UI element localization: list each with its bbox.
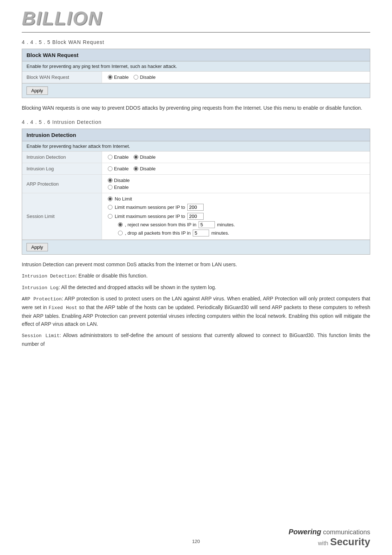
session-drop-suffix: minutes. (211, 230, 229, 236)
intrusion-apply-row: Apply (22, 240, 370, 254)
footer-communications: communications (323, 528, 370, 536)
block-wan-apply-row: Apply (22, 83, 370, 98)
session-limit2-radio[interactable] (108, 214, 113, 219)
session-limit1-label[interactable]: Limit maximum sessions per IP to (108, 204, 204, 211)
section2-description: Intrusion Detection can prevent most com… (22, 260, 370, 348)
arp-disable-text: Disable (114, 178, 130, 183)
footer-powering: Powering communications with Security (289, 528, 370, 548)
logo: BILLION (22, 7, 102, 29)
intrusion-subtitle: Enable for preventing hacker attack from… (22, 141, 370, 151)
arp-disable-radio[interactable] (108, 178, 113, 183)
block-wan-controls: Enable Disable (102, 72, 370, 83)
desc2-session-limit: Session Limit: Allows administrators to … (22, 331, 370, 348)
intrusion-detection-controls: Enable Disable (102, 151, 370, 163)
powering-word: Powering (289, 528, 321, 536)
intrusion-title: Intrusion Detection (22, 129, 370, 141)
footer-powering-line: Powering communications (289, 528, 370, 536)
session-sub-options: , reject new session from this IP in min… (118, 221, 235, 236)
security-word: Security (330, 536, 371, 547)
intrusion-log-radio-group: Enable Disable (108, 166, 156, 171)
desc2-sl-label: Session Limit (22, 333, 60, 339)
session-reject-text: , reject new session from this IP in (125, 222, 196, 227)
session-drop-label[interactable]: , drop all packets from this IP in minut… (118, 230, 235, 236)
enable-label: Enable (114, 74, 128, 80)
session-reject-input[interactable] (199, 221, 215, 228)
desc2-il-label: Intrusion Log (22, 285, 58, 291)
section1-description: Blocking WAN requests is one way to prev… (22, 104, 370, 112)
arp-enable-radio[interactable] (108, 185, 113, 190)
enable-radio[interactable] (108, 75, 113, 80)
intrusion-log-label: Intrusion Log (22, 163, 102, 174)
arp-enable-label[interactable]: Enable (108, 185, 128, 190)
log-enable-label[interactable]: Enable (108, 166, 128, 171)
session-limit2-text: Limit maximum sessions per IP to (115, 214, 185, 219)
session-limit2-input[interactable] (187, 213, 204, 220)
intrusion-detection-radio-group: Enable Disable (108, 154, 156, 160)
session-limit-label: Session Limit (22, 193, 102, 239)
intrusion-disable-label[interactable]: Disable (134, 154, 155, 160)
desc2-arp-label: ARP Protection (22, 296, 62, 302)
intrusion-panel: Intrusion Detection Enable for preventin… (22, 129, 370, 255)
desc2-para1: Intrusion Detection can prevent most com… (22, 260, 370, 268)
enable-radio-label[interactable]: Enable (108, 74, 128, 80)
desc2-sl-text: : Allows administrators to self-define t… (22, 332, 370, 347)
arp-protection-row: ARP Protection Disable Enable (22, 175, 370, 193)
disable-radio[interactable] (134, 75, 138, 80)
session-reject-label[interactable]: , reject new session from this IP in min… (118, 221, 235, 228)
session-limit1-text: Limit maximum sessions per IP to (115, 204, 185, 210)
block-wan-subtitle: Enable for preventing any ping test from… (22, 61, 370, 72)
intrusion-enable-radio[interactable] (108, 155, 113, 159)
intrusion-detection-label: Intrusion Detection (22, 151, 102, 163)
footer-security-line: with Security (289, 536, 370, 548)
intrusion-apply-button[interactable]: Apply (26, 243, 48, 251)
intrusion-log-controls: Enable Disable (102, 163, 370, 174)
arp-disable-label[interactable]: Disable (108, 178, 130, 183)
block-wan-radio-group: Enable Disable (108, 74, 156, 80)
session-drop-radio[interactable] (118, 231, 123, 235)
log-enable-text: Enable (114, 166, 128, 171)
block-wan-panel: Block WAN Request Enable for preventing … (22, 49, 370, 98)
block-wan-title: Block WAN Request (22, 49, 370, 61)
arp-enable-text: Enable (114, 185, 128, 190)
session-reject-suffix: minutes. (217, 222, 235, 227)
session-limit-controls: No Limit Limit maximum sessions per IP t… (102, 193, 370, 239)
log-disable-text: Disable (140, 166, 155, 171)
session-limit2-block: Limit maximum sessions per IP to , rejec… (108, 213, 235, 236)
intrusion-disable-text: Disable (140, 154, 155, 160)
arp-protection-controls: Disable Enable (102, 175, 370, 193)
session-reject-radio[interactable] (118, 222, 123, 227)
session-limit-row: Session Limit No Limit Limit maximum ses… (22, 193, 370, 240)
session-drop-text: , drop all packets from this IP in (125, 230, 191, 236)
block-wan-row: Block WAN Request Enable Disable (22, 72, 370, 83)
session-drop-input[interactable] (193, 230, 209, 236)
desc2-arp-text: : ARP protection is used to protect user… (22, 296, 370, 327)
disable-label: Disable (140, 74, 155, 80)
intrusion-disable-radio[interactable] (134, 155, 138, 159)
section2-heading: 4 . 4 . 5 . 6 Intrusion Detection (22, 119, 370, 125)
with-word: with (318, 540, 328, 546)
intrusion-log-row: Intrusion Log Enable Disable (22, 163, 370, 175)
session-nolimit-label[interactable]: No Limit (108, 196, 132, 202)
logo-area: BILLION (22, 7, 370, 33)
desc2-intrusion-log: Intrusion Log: All the detected and drop… (22, 283, 370, 292)
session-limit1-radio[interactable] (108, 205, 113, 210)
session-nolimit-radio[interactable] (108, 197, 113, 201)
log-disable-label[interactable]: Disable (134, 166, 155, 171)
desc2-intrusion-detection: Intrusion Detection: Enable or disable t… (22, 272, 370, 280)
desc2-il-text: : All the detected and dropped attacks w… (58, 284, 216, 290)
block-wan-apply-button[interactable]: Apply (26, 86, 48, 95)
log-enable-radio[interactable] (108, 166, 113, 171)
session-limit1-input[interactable] (187, 204, 204, 211)
desc2-arp-protection: ARP Protection: ARP protection is used t… (22, 295, 370, 328)
intrusion-enable-text: Enable (114, 154, 128, 160)
session-nolimit-text: No Limit (115, 196, 132, 202)
desc2-id-label: Intrusion Detection (22, 274, 75, 279)
log-disable-radio[interactable] (134, 166, 138, 171)
block-wan-label: Block WAN Request (22, 72, 102, 83)
intrusion-detection-row: Intrusion Detection Enable Disable (22, 151, 370, 163)
disable-radio-label[interactable]: Disable (134, 74, 155, 80)
arp-protection-label: ARP Protection (22, 175, 102, 193)
intrusion-enable-label[interactable]: Enable (108, 154, 128, 160)
session-limit2-label[interactable]: Limit maximum sessions per IP to (108, 213, 235, 220)
desc2-id-text: : Enable or disable this function. (75, 273, 147, 279)
